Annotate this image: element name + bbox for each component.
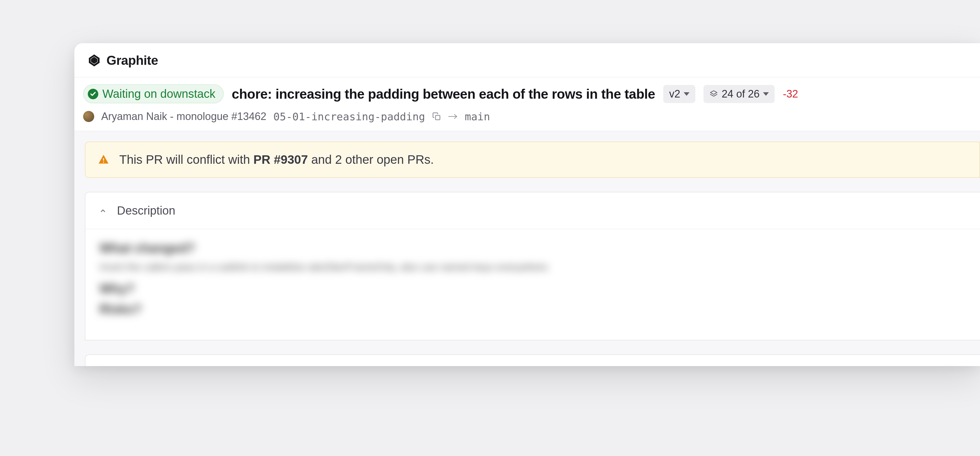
description-body-blurred: What changed? Invert the callers pass in… bbox=[86, 229, 980, 340]
author-avatar[interactable] bbox=[83, 111, 94, 122]
check-icon bbox=[88, 89, 98, 99]
diff-deletions: -32 bbox=[783, 88, 798, 100]
app-window: Graphite Waiting on downstack chore: inc… bbox=[75, 43, 980, 366]
pr-meta-bar: Aryaman Naik - monologue #13462 05-01-in… bbox=[75, 106, 980, 131]
app-name: Graphite bbox=[107, 53, 158, 68]
main-content: This PR will conflict with PR #9307 and … bbox=[75, 131, 980, 366]
version-selector[interactable]: v2 bbox=[663, 85, 695, 103]
stack-label: 24 of 26 bbox=[722, 88, 759, 100]
stack-position-selector[interactable]: 24 of 26 bbox=[703, 85, 775, 103]
arrow-right-icon bbox=[448, 113, 458, 120]
version-label: v2 bbox=[669, 88, 680, 100]
chevron-up-icon bbox=[99, 207, 107, 214]
copy-icon[interactable] bbox=[432, 112, 441, 121]
warning-icon bbox=[98, 154, 110, 166]
author-label[interactable]: Aryaman Naik - monologue #13462 bbox=[101, 110, 266, 123]
next-card bbox=[85, 354, 980, 366]
target-branch[interactable]: main bbox=[465, 111, 490, 123]
status-badge[interactable]: Waiting on downstack bbox=[83, 85, 224, 104]
description-header[interactable]: Description bbox=[86, 192, 980, 229]
status-label: Waiting on downstack bbox=[102, 87, 216, 100]
warning-text: This PR will conflict with PR #9307 and … bbox=[119, 153, 434, 167]
svg-rect-3 bbox=[436, 115, 440, 120]
svg-marker-2 bbox=[711, 91, 717, 94]
source-branch[interactable]: 05-01-increasing-padding bbox=[273, 111, 425, 123]
graphite-logo-icon bbox=[87, 53, 101, 67]
svg-rect-5 bbox=[103, 158, 104, 161]
svg-rect-6 bbox=[103, 162, 104, 163]
caret-down-icon bbox=[684, 92, 689, 96]
app-header: Graphite bbox=[75, 43, 980, 77]
stack-icon bbox=[710, 89, 718, 98]
caret-down-icon bbox=[763, 92, 769, 96]
pr-title: chore: increasing the padding between ea… bbox=[232, 86, 655, 102]
pr-title-bar: Waiting on downstack chore: increasing t… bbox=[75, 77, 980, 106]
conflict-warning-banner[interactable]: This PR will conflict with PR #9307 and … bbox=[85, 142, 980, 178]
description-title: Description bbox=[117, 204, 175, 217]
description-card: Description What changed? Invert the cal… bbox=[85, 192, 980, 340]
